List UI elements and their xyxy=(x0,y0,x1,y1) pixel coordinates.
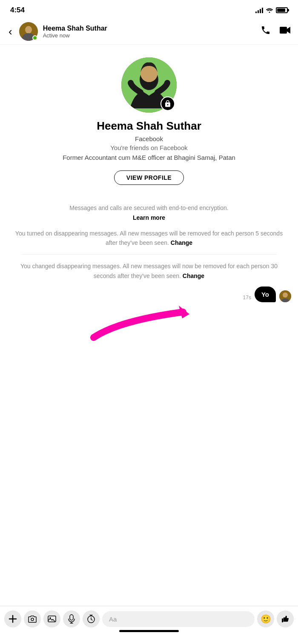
info-section: Messages and calls are secured with end-… xyxy=(0,204,298,281)
profile-section: Heema Shah Suthar Facebook You're friend… xyxy=(0,45,298,204)
status-time: 4:54 xyxy=(10,6,25,14)
profile-avatar-wrap xyxy=(121,57,177,113)
lock-badge xyxy=(160,96,175,111)
message-bubble: Yo xyxy=(255,287,276,302)
svg-rect-17 xyxy=(70,615,73,620)
toolbar-row: Aa 🙂 xyxy=(4,610,294,627)
disappearing-message-2: You changed disappearing messages. All n… xyxy=(13,261,285,281)
contact-name: Heema Shah Suthar xyxy=(43,25,255,32)
svg-rect-3 xyxy=(280,27,287,34)
divider-1 xyxy=(21,254,277,255)
profile-name: Heema Shah Suthar xyxy=(97,119,201,133)
video-call-button[interactable] xyxy=(279,25,291,38)
bottom-toolbar: Aa 🙂 xyxy=(0,606,298,644)
header-info: Heema Shah Suthar Active now xyxy=(43,25,255,39)
learn-more-link[interactable]: Learn more xyxy=(13,214,285,221)
message-input[interactable]: Aa xyxy=(102,611,255,627)
svg-point-12 xyxy=(283,292,288,298)
header-actions xyxy=(261,25,291,38)
active-indicator xyxy=(32,35,37,40)
arrow-annotation xyxy=(68,295,196,346)
svg-point-1 xyxy=(25,26,32,34)
svg-point-14 xyxy=(31,618,34,621)
change-link-1[interactable]: Change xyxy=(171,239,192,246)
change-link-2[interactable]: Change xyxy=(183,272,204,279)
svg-point-9 xyxy=(142,68,156,82)
battery-icon xyxy=(276,7,288,13)
header-avatar-wrap xyxy=(19,22,38,41)
encryption-message: Messages and calls are secured with end-… xyxy=(13,204,285,213)
like-button[interactable] xyxy=(277,610,294,627)
call-button[interactable] xyxy=(261,25,271,38)
message-row: 17s Yo xyxy=(7,287,291,302)
friends-status: You're friends on Facebook xyxy=(110,144,188,151)
status-bar: 4:54 xyxy=(0,0,298,19)
timer-button[interactable] xyxy=(83,610,100,627)
view-profile-button[interactable]: VIEW PROFILE xyxy=(114,170,184,185)
message-time: 17s xyxy=(243,295,251,301)
emoji-button[interactable]: 🙂 xyxy=(257,610,274,627)
microphone-button[interactable] xyxy=(63,610,80,627)
signal-icon xyxy=(255,7,263,13)
messages-area: 17s Yo xyxy=(0,282,298,376)
chat-header: ‹ Heema Shah Suthar Active now xyxy=(0,19,298,45)
image-button[interactable] xyxy=(43,610,60,627)
home-indicator xyxy=(119,630,179,632)
add-button[interactable] xyxy=(4,610,21,627)
message-sender-avatar xyxy=(279,290,291,302)
back-button[interactable]: ‹ xyxy=(7,23,14,40)
profile-bio: Former Accountant cum M&E officer at Bha… xyxy=(63,153,235,163)
status-icons xyxy=(255,7,288,14)
disappearing-message-1: You turned on disappearing messages. All… xyxy=(13,229,285,248)
wifi-icon xyxy=(266,7,273,14)
bottom-spacer xyxy=(0,376,298,486)
camera-button[interactable] xyxy=(24,610,41,627)
profile-platform: Facebook xyxy=(135,135,163,142)
contact-status: Active now xyxy=(43,32,255,39)
